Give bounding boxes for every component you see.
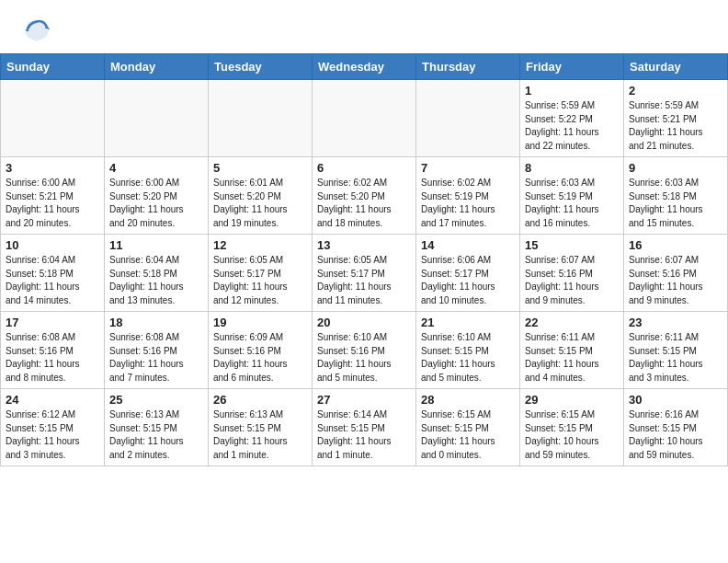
day-info: Sunrise: 6:11 AM Sunset: 5:15 PM Dayligh…: [525, 331, 619, 385]
calendar-cell: 25Sunrise: 6:13 AM Sunset: 5:15 PM Dayli…: [105, 389, 209, 466]
weekday-header-saturday: Saturday: [624, 54, 728, 80]
calendar-cell: 10Sunrise: 6:04 AM Sunset: 5:18 PM Dayli…: [1, 235, 105, 312]
day-info: Sunrise: 6:08 AM Sunset: 5:16 PM Dayligh…: [109, 331, 203, 385]
calendar-cell: 9Sunrise: 6:03 AM Sunset: 5:18 PM Daylig…: [624, 157, 728, 235]
calendar-cell: 22Sunrise: 6:11 AM Sunset: 5:15 PM Dayli…: [520, 312, 624, 389]
calendar-week-5: 24Sunrise: 6:12 AM Sunset: 5:15 PM Dayli…: [1, 389, 728, 466]
day-info: Sunrise: 6:10 AM Sunset: 5:16 PM Dayligh…: [317, 331, 411, 385]
weekday-header-thursday: Thursday: [416, 54, 520, 80]
day-number: 26: [213, 393, 307, 407]
day-info: Sunrise: 6:00 AM Sunset: 5:20 PM Dayligh…: [109, 177, 203, 230]
day-number: 24: [6, 393, 99, 407]
calendar-cell: 21Sunrise: 6:10 AM Sunset: 5:15 PM Dayli…: [416, 312, 520, 389]
day-info: Sunrise: 6:01 AM Sunset: 5:20 PM Dayligh…: [213, 177, 307, 230]
calendar-week-3: 10Sunrise: 6:04 AM Sunset: 5:18 PM Dayli…: [1, 235, 728, 312]
day-number: 7: [421, 161, 515, 175]
day-number: 27: [317, 393, 411, 407]
weekday-header-row: SundayMondayTuesdayWednesdayThursdayFrid…: [1, 54, 728, 80]
day-info: Sunrise: 6:15 AM Sunset: 5:15 PM Dayligh…: [421, 408, 515, 462]
day-number: 6: [317, 161, 411, 175]
calendar-cell: 17Sunrise: 6:08 AM Sunset: 5:16 PM Dayli…: [1, 312, 105, 389]
calendar-cell: 16Sunrise: 6:07 AM Sunset: 5:16 PM Dayli…: [624, 235, 728, 312]
calendar-wrapper: SundayMondayTuesdayWednesdayThursdayFrid…: [0, 53, 728, 466]
calendar-week-1: 1Sunrise: 5:59 AM Sunset: 5:22 PM Daylig…: [1, 80, 728, 157]
calendar-header: SundayMondayTuesdayWednesdayThursdayFrid…: [1, 54, 728, 80]
day-info: Sunrise: 6:14 AM Sunset: 5:15 PM Dayligh…: [317, 408, 411, 462]
day-number: 8: [525, 161, 619, 175]
day-info: Sunrise: 6:11 AM Sunset: 5:15 PM Dayligh…: [629, 331, 722, 385]
day-info: Sunrise: 6:13 AM Sunset: 5:15 PM Dayligh…: [213, 408, 307, 462]
day-info: Sunrise: 5:59 AM Sunset: 5:22 PM Dayligh…: [525, 99, 619, 153]
weekday-header-sunday: Sunday: [1, 54, 105, 80]
calendar-table: SundayMondayTuesdayWednesdayThursdayFrid…: [0, 53, 728, 466]
day-number: 29: [525, 393, 619, 407]
calendar-cell: 15Sunrise: 6:07 AM Sunset: 5:16 PM Dayli…: [520, 235, 624, 312]
day-info: Sunrise: 6:07 AM Sunset: 5:16 PM Dayligh…: [629, 254, 722, 307]
day-number: 2: [629, 84, 722, 98]
day-info: Sunrise: 6:15 AM Sunset: 5:15 PM Dayligh…: [525, 408, 619, 462]
calendar-week-2: 3Sunrise: 6:00 AM Sunset: 5:21 PM Daylig…: [1, 157, 728, 235]
day-info: Sunrise: 6:13 AM Sunset: 5:15 PM Dayligh…: [109, 408, 203, 462]
calendar-cell: 3Sunrise: 6:00 AM Sunset: 5:21 PM Daylig…: [1, 157, 105, 235]
day-info: Sunrise: 6:06 AM Sunset: 5:17 PM Dayligh…: [421, 254, 515, 307]
day-info: Sunrise: 6:04 AM Sunset: 5:18 PM Dayligh…: [109, 254, 203, 307]
day-info: Sunrise: 6:03 AM Sunset: 5:19 PM Dayligh…: [525, 177, 619, 230]
calendar-cell: 4Sunrise: 6:00 AM Sunset: 5:20 PM Daylig…: [105, 157, 209, 235]
day-number: 13: [317, 238, 411, 252]
day-number: 12: [213, 238, 307, 252]
calendar-cell: 11Sunrise: 6:04 AM Sunset: 5:18 PM Dayli…: [105, 235, 209, 312]
day-number: 9: [629, 161, 722, 175]
day-info: Sunrise: 6:08 AM Sunset: 5:16 PM Dayligh…: [6, 331, 99, 385]
calendar-cell: 14Sunrise: 6:06 AM Sunset: 5:17 PM Dayli…: [416, 235, 520, 312]
calendar-week-4: 17Sunrise: 6:08 AM Sunset: 5:16 PM Dayli…: [1, 312, 728, 389]
calendar-cell: 7Sunrise: 6:02 AM Sunset: 5:19 PM Daylig…: [416, 157, 520, 235]
day-info: Sunrise: 6:00 AM Sunset: 5:21 PM Dayligh…: [6, 177, 99, 230]
calendar-cell: 27Sunrise: 6:14 AM Sunset: 5:15 PM Dayli…: [313, 389, 416, 466]
calendar-cell: 12Sunrise: 6:05 AM Sunset: 5:17 PM Dayli…: [209, 235, 313, 312]
weekday-header-tuesday: Tuesday: [209, 54, 313, 80]
page: SundayMondayTuesdayWednesdayThursdayFrid…: [0, 0, 728, 563]
day-number: 22: [525, 316, 619, 329]
day-number: 10: [6, 238, 99, 252]
calendar-cell: 28Sunrise: 6:15 AM Sunset: 5:15 PM Dayli…: [416, 389, 520, 466]
day-number: 5: [213, 161, 307, 175]
calendar-cell: [105, 80, 209, 157]
header: [0, 0, 728, 53]
day-info: Sunrise: 6:16 AM Sunset: 5:15 PM Dayligh…: [629, 408, 722, 462]
day-number: 11: [109, 238, 203, 252]
weekday-header-wednesday: Wednesday: [313, 54, 416, 80]
calendar-cell: [313, 80, 416, 157]
logo-icon: [22, 17, 51, 46]
day-info: Sunrise: 5:59 AM Sunset: 5:21 PM Dayligh…: [629, 99, 722, 153]
day-number: 25: [109, 393, 203, 407]
calendar-cell: [209, 80, 313, 157]
calendar-cell: 2Sunrise: 5:59 AM Sunset: 5:21 PM Daylig…: [624, 80, 728, 157]
day-number: 20: [317, 316, 411, 329]
day-number: 19: [213, 316, 307, 329]
calendar-cell: 20Sunrise: 6:10 AM Sunset: 5:16 PM Dayli…: [313, 312, 416, 389]
weekday-header-friday: Friday: [520, 54, 624, 80]
logo: [22, 17, 55, 46]
day-number: 14: [421, 238, 515, 252]
day-number: 15: [525, 238, 619, 252]
day-info: Sunrise: 6:07 AM Sunset: 5:16 PM Dayligh…: [525, 254, 619, 307]
calendar-cell: 8Sunrise: 6:03 AM Sunset: 5:19 PM Daylig…: [520, 157, 624, 235]
weekday-header-monday: Monday: [105, 54, 209, 80]
calendar-cell: 1Sunrise: 5:59 AM Sunset: 5:22 PM Daylig…: [520, 80, 624, 157]
day-number: 23: [629, 316, 722, 329]
day-number: 28: [421, 393, 515, 407]
calendar-cell: 6Sunrise: 6:02 AM Sunset: 5:20 PM Daylig…: [313, 157, 416, 235]
calendar-cell: [416, 80, 520, 157]
day-number: 1: [525, 84, 619, 98]
calendar-body: 1Sunrise: 5:59 AM Sunset: 5:22 PM Daylig…: [1, 80, 728, 466]
calendar-cell: 23Sunrise: 6:11 AM Sunset: 5:15 PM Dayli…: [624, 312, 728, 389]
day-number: 4: [109, 161, 203, 175]
day-info: Sunrise: 6:12 AM Sunset: 5:15 PM Dayligh…: [6, 408, 99, 462]
day-number: 17: [6, 316, 99, 329]
day-info: Sunrise: 6:05 AM Sunset: 5:17 PM Dayligh…: [213, 254, 307, 307]
day-number: 18: [109, 316, 203, 329]
day-info: Sunrise: 6:09 AM Sunset: 5:16 PM Dayligh…: [213, 331, 307, 385]
day-number: 30: [629, 393, 722, 407]
calendar-cell: 13Sunrise: 6:05 AM Sunset: 5:17 PM Dayli…: [313, 235, 416, 312]
day-info: Sunrise: 6:02 AM Sunset: 5:19 PM Dayligh…: [421, 177, 515, 230]
